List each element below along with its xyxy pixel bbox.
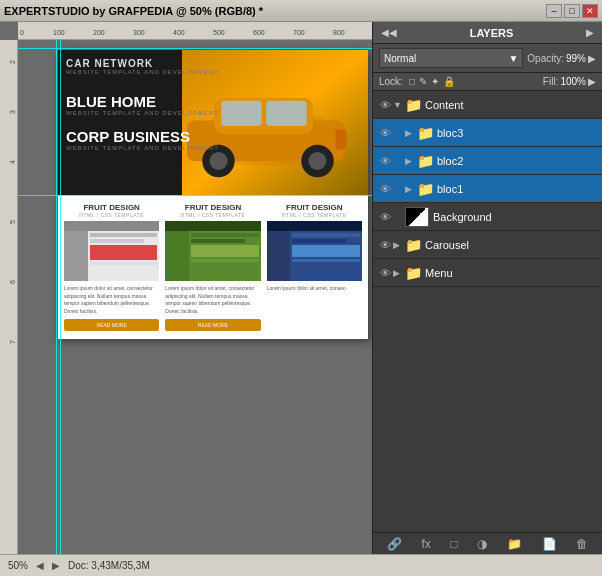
app-title: EXPERTSTUDIO by GRAFPEDIA @ 50% (RGB/8) … [4, 5, 263, 17]
folder-icon-carousel: 📁 [405, 237, 422, 253]
lock-all-icon[interactable]: 🔒 [443, 76, 455, 87]
svg-point-6 [210, 152, 228, 170]
delete-layer-icon[interactable]: 🗑 [576, 537, 588, 551]
visibility-eye-content[interactable]: 👁 [377, 99, 393, 111]
nav-arrow-right[interactable]: ▶ [52, 560, 60, 571]
folder-icon-bloc3: 📁 [417, 125, 434, 141]
col2-subtitle: HTML / CSS TEMPLATE [165, 212, 260, 218]
layer-name-menu: Menu [425, 267, 598, 279]
guide-vertical-1 [56, 40, 57, 554]
new-layer-icon[interactable]: 📄 [542, 537, 557, 551]
add-mask-icon[interactable]: □ [450, 537, 457, 551]
layer-item-background[interactable]: 👁 Background [373, 203, 602, 231]
title-bar: EXPERTSTUDIO by GRAFPEDIA @ 50% (RGB/8) … [0, 0, 602, 22]
expand-arrow-menu[interactable]: ▶ [393, 268, 405, 278]
layer-item-content[interactable]: 👁 ▼ 📁 Content [373, 91, 602, 119]
layers-panel-header: ◀◀ LAYERS ▶ [373, 22, 602, 44]
folder-icon-content: 📁 [405, 97, 422, 113]
layer-thumbnail-background [405, 207, 429, 227]
col1: FRUIT DESIGN HTML / CSS TEMPLATE [64, 203, 159, 331]
opacity-control: Opacity: 99% ▶ [527, 53, 596, 64]
opacity-value[interactable]: 99% [566, 53, 586, 64]
ruler-top: 0 100 200 300 400 500 600 700 800 900 [18, 22, 372, 40]
canvas-area[interactable]: 0 100 200 300 400 500 600 700 800 900 2 … [0, 22, 372, 554]
layer-name-bloc2: bloc2 [437, 155, 598, 167]
svg-rect-3 [221, 101, 262, 126]
folder-icon-bloc1: 📁 [417, 181, 434, 197]
lock-paint-icon[interactable]: ✎ [419, 76, 427, 87]
col3-image [267, 221, 362, 281]
visibility-eye-background[interactable]: 👁 [377, 211, 393, 223]
lock-position-icon[interactable]: ✦ [431, 76, 439, 87]
col1-read-more[interactable]: READ MORE [64, 319, 159, 331]
close-button[interactable]: ✕ [582, 4, 598, 18]
layer-name-content: Content [425, 99, 598, 111]
opacity-arrow[interactable]: ▶ [588, 53, 596, 64]
col3-title: FRUIT DESIGN [267, 203, 362, 212]
lock-transparent-icon[interactable]: □ [409, 76, 415, 87]
layers-panel: ◀◀ LAYERS ▶ Normal ▼ Opacity: 99% ▶ Lock… [372, 22, 602, 554]
folder-icon-menu: 📁 [405, 265, 422, 281]
col3-subtitle: HTML / CSS TEMPLATE [267, 212, 362, 218]
fx-icon[interactable]: fx [421, 537, 430, 551]
col3-text: Lorem ipsum dolor sit amet, consec- [267, 285, 362, 293]
col2-read-more[interactable]: READ MORE [165, 319, 260, 331]
layer-list[interactable]: 👁 ▼ 📁 Content 👁 ▶ 📁 bloc3 👁 ▶ 📁 bloc2 [373, 91, 602, 532]
visibility-eye-menu[interactable]: 👁 [377, 267, 393, 279]
doc-info: Doc: 3,43M/35,3M [68, 560, 150, 571]
lock-icons: □ ✎ ✦ 🔒 [409, 76, 455, 87]
canvas-content[interactable]: CAR NETWORK WEBSITE TEMPLATE AND DEVELOP… [18, 40, 372, 554]
panel-menu-arrow[interactable]: ▶ [586, 27, 594, 38]
expand-arrow-carousel[interactable]: ▶ [393, 240, 405, 250]
visibility-eye-bloc2[interactable]: 👁 [377, 155, 393, 167]
maximize-button[interactable]: □ [564, 4, 580, 18]
svg-point-8 [309, 152, 327, 170]
folder-icon-bloc2: 📁 [417, 153, 434, 169]
expand-arrow-content[interactable]: ▼ [393, 100, 405, 110]
layers-blend-row: Normal ▼ Opacity: 99% ▶ [373, 44, 602, 73]
ruler-left: 2 3 4 5 6 7 [0, 40, 18, 554]
layer-item-menu[interactable]: 👁 ▶ 📁 Menu [373, 259, 602, 287]
layer-item-bloc1[interactable]: 👁 ▶ 📁 bloc1 [373, 175, 602, 203]
window-buttons: – □ ✕ [546, 4, 598, 18]
layers-lock-row: Lock: □ ✎ ✦ 🔒 Fill: 100% ▶ [373, 73, 602, 91]
minimize-button[interactable]: – [546, 4, 562, 18]
layers-panel-bottom: 🔗 fx □ ◑ 📁 📄 🗑 [373, 532, 602, 554]
guide-vertical-2 [60, 40, 61, 554]
expand-arrow-bloc1[interactable]: ▶ [405, 184, 417, 194]
svg-rect-4 [266, 101, 307, 126]
mockup-header: CAR NETWORK WEBSITE TEMPLATE AND DEVELOP… [58, 50, 368, 195]
col2-title: FRUIT DESIGN [165, 203, 260, 212]
col1-image [64, 221, 159, 281]
col1-subtitle: HTML / CSS TEMPLATE [64, 212, 159, 218]
visibility-eye-bloc3[interactable]: 👁 [377, 127, 393, 139]
main-area: 0 100 200 300 400 500 600 700 800 900 2 … [0, 22, 602, 554]
col2-image [165, 221, 260, 281]
blend-mode-select[interactable]: Normal ▼ [379, 48, 523, 68]
fill-arrow[interactable]: ▶ [588, 76, 596, 87]
layer-item-carousel[interactable]: 👁 ▶ 📁 Carousel [373, 231, 602, 259]
header-logo: CAR NETWORK [66, 58, 219, 69]
layer-item-bloc3[interactable]: 👁 ▶ 📁 bloc3 [373, 119, 602, 147]
expand-arrow-bloc3[interactable]: ▶ [405, 128, 417, 138]
col3: FRUIT DESIGN HTML / CSS TEMPLATE [267, 203, 362, 331]
expand-arrow-bloc2[interactable]: ▶ [405, 156, 417, 166]
fill-value[interactable]: 100% [560, 76, 586, 87]
col2: FRUIT DESIGN HTML / CSS TEMPLATE [165, 203, 260, 331]
visibility-eye-carousel[interactable]: 👁 [377, 239, 393, 251]
layer-item-bloc2[interactable]: 👁 ▶ 📁 bloc2 [373, 147, 602, 175]
nav-arrow-left[interactable]: ◀ [36, 560, 44, 571]
visibility-eye-bloc1[interactable]: 👁 [377, 183, 393, 195]
adjustment-icon[interactable]: ◑ [477, 537, 487, 551]
layer-name-carousel: Carousel [425, 239, 598, 251]
layer-name-background: Background [433, 211, 598, 223]
layer-name-bloc3: bloc3 [437, 127, 598, 139]
zoom-level: 50% [8, 560, 28, 571]
header-logo-sub: WEBSITE TEMPLATE AND DEVELOPMENT [66, 69, 219, 75]
link-layers-icon[interactable]: 🔗 [387, 537, 402, 551]
mockup-columns: FRUIT DESIGN HTML / CSS TEMPLATE [58, 195, 368, 339]
layers-title: LAYERS [470, 27, 514, 39]
panel-collapse-arrow[interactable]: ◀◀ [381, 27, 397, 38]
new-group-icon[interactable]: 📁 [507, 537, 522, 551]
layer-name-bloc1: bloc1 [437, 183, 598, 195]
